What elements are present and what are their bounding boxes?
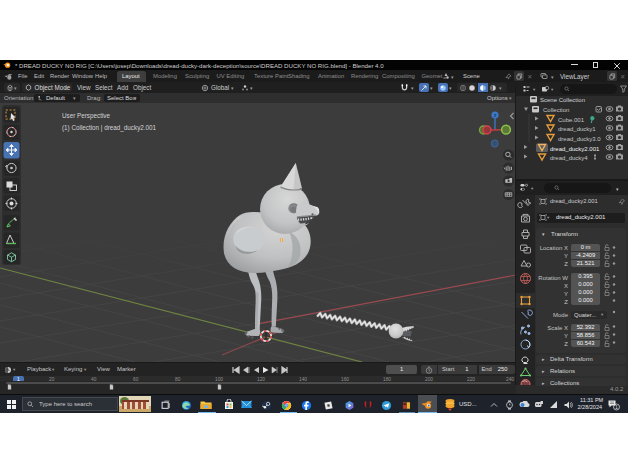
svg-text:Collection: Collection [543, 107, 569, 113]
svg-text:dread_ducky3.0: dread_ducky3.0 [558, 135, 601, 141]
svg-text:dread_ducky4: dread_ducky4 [550, 155, 588, 161]
svg-text:Scene Collection: Scene Collection [540, 97, 585, 103]
svg-text:1: 1 [615, 404, 618, 409]
svg-text:dread_ducky2.001: dread_ducky2.001 [550, 145, 600, 151]
svg-text:Cube.001: Cube.001 [558, 116, 585, 122]
svg-text:dread_ducky1: dread_ducky1 [558, 126, 596, 132]
svg-text:z: z [494, 112, 497, 118]
